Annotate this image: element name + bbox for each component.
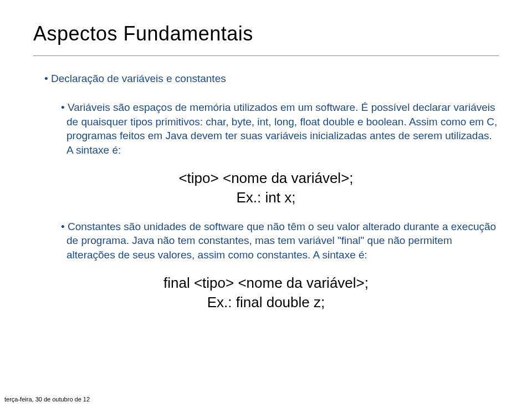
code-line-4: Ex.: final double z; — [33, 293, 499, 312]
code-line-2: Ex.: int x; — [33, 188, 499, 207]
code-block-final-syntax: final <tipo> <nome da variável>; Ex.: fi… — [33, 273, 499, 312]
paragraph-variables: Variáveis são espaços de memória utiliza… — [61, 100, 499, 157]
code-line-3: final <tipo> <nome da variável>; — [33, 273, 499, 293]
slide-content: Aspectos Fundamentais Declaração de vari… — [0, 0, 532, 335]
slide-title: Aspectos Fundamentais — [33, 22, 499, 56]
paragraph-constants-bold: final — [341, 235, 361, 246]
code-line-1: <tipo> <nome da variável>; — [33, 169, 499, 188]
section-heading: Declaração de variáveis e constantes — [44, 73, 499, 85]
paragraph-constants: Constantes são unidades de software que … — [61, 220, 499, 262]
code-block-variable-syntax: <tipo> <nome da variável>; Ex.: int x; — [33, 169, 499, 207]
footer-date: terça-feira, 30 de outubro de 12 — [4, 396, 90, 403]
